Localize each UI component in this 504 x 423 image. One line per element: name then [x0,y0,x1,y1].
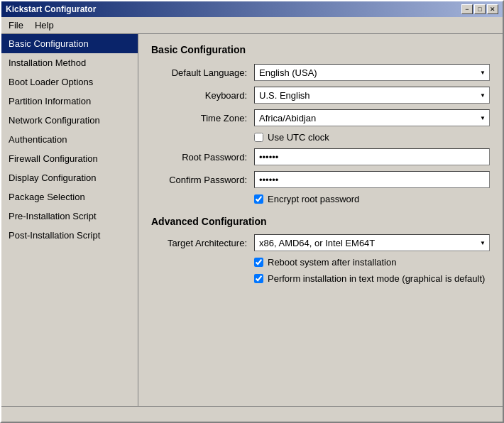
keyboard-label: Keyboard: [151,90,254,101]
window-title: Kickstart Configurator [6,4,96,14]
sidebar-item-post-installation-script[interactable]: Post-Installation Script [1,226,138,245]
text-mode-label[interactable]: Perform installation in text mode (graph… [268,273,485,284]
status-bar [1,406,503,422]
sidebar-item-authentication[interactable]: Authentication [1,130,138,149]
encrypt-row: Encrypt root password [151,194,490,204]
confirm-password-row: Confirm Password: [151,171,490,188]
confirm-password-input[interactable] [254,171,490,188]
default-language-select[interactable]: English (USA) English (UK) Spanish Frenc… [254,64,490,81]
default-language-label: Default Language: [151,67,254,78]
close-button[interactable]: ✕ [487,4,498,14]
content-area: Basic Configuration Default Language: En… [138,34,503,406]
text-mode-row: Perform installation in text mode (graph… [151,273,490,284]
text-mode-checkbox[interactable] [254,274,263,283]
menu-bar: File Help [1,17,503,34]
advanced-section-title: Advanced Configuration [151,216,490,227]
sidebar-item-firewall-configuration[interactable]: Firewall Configuration [1,149,138,168]
root-password-input[interactable] [254,148,490,165]
target-arch-select-wrapper: x86, AMD64, or Intel EM64T x86 AMD64 PPC [254,234,490,251]
target-arch-select[interactable]: x86, AMD64, or Intel EM64T x86 AMD64 PPC [254,234,490,251]
root-password-control [254,148,490,165]
timezone-select-wrapper: Africa/Abidjan Africa/Accra America/New_… [254,109,490,126]
menu-help[interactable]: Help [31,18,58,32]
target-arch-control: x86, AMD64, or Intel EM64T x86 AMD64 PPC [254,234,490,251]
main-content: Basic Configuration Installation Method … [1,34,503,406]
sidebar-item-partition-information[interactable]: Partition Information [1,92,138,111]
sidebar-item-basic-configuration[interactable]: Basic Configuration [1,34,138,53]
target-arch-label: Target Architecture: [151,238,254,248]
timezone-control: Africa/Abidjan Africa/Accra America/New_… [254,109,490,126]
root-password-label: Root Password: [151,152,254,163]
default-language-select-wrapper: English (USA) English (UK) Spanish Frenc… [254,64,490,81]
default-language-row: Default Language: English (USA) English … [151,64,490,81]
utc-clock-checkbox[interactable] [254,133,263,142]
sidebar-item-boot-loader-options[interactable]: Boot Loader Options [1,72,138,92]
sidebar-item-display-configuration[interactable]: Display Configuration [1,168,138,187]
sidebar-item-package-selection[interactable]: Package Selection [1,187,138,207]
utc-clock-label[interactable]: Use UTC clock [268,132,329,143]
keyboard-row: Keyboard: U.S. English U.S. Internationa… [151,87,490,104]
main-window: Kickstart Configurator − □ ✕ File Help B… [0,0,504,423]
root-password-row: Root Password: [151,148,490,165]
confirm-password-label: Confirm Password: [151,175,254,185]
maximize-button[interactable]: □ [474,4,486,14]
default-language-control: English (USA) English (UK) Spanish Frenc… [254,64,490,81]
encrypt-password-label[interactable]: Encrypt root password [268,194,359,204]
basic-section-title: Basic Configuration [151,44,490,55]
title-bar: Kickstart Configurator − □ ✕ [1,1,503,17]
sidebar-item-network-configuration[interactable]: Network Configuration [1,111,138,130]
keyboard-select-wrapper: U.S. English U.S. International UK [254,87,490,104]
confirm-password-control [254,171,490,188]
timezone-row: Time Zone: Africa/Abidjan Africa/Accra A… [151,109,490,126]
reboot-label[interactable]: Reboot system after installation [268,257,396,268]
reboot-row: Reboot system after installation [151,257,490,268]
timezone-select[interactable]: Africa/Abidjan Africa/Accra America/New_… [254,109,490,126]
encrypt-password-checkbox[interactable] [254,194,263,204]
menu-file[interactable]: File [4,18,28,32]
keyboard-control: U.S. English U.S. International UK [254,87,490,104]
sidebar: Basic Configuration Installation Method … [1,34,138,406]
keyboard-select[interactable]: U.S. English U.S. International UK [254,87,490,104]
minimize-button[interactable]: − [461,4,473,14]
target-arch-row: Target Architecture: x86, AMD64, or Inte… [151,234,490,251]
utc-clock-row: Use UTC clock [151,132,490,143]
sidebar-item-installation-method[interactable]: Installation Method [1,53,138,72]
window-controls: − □ ✕ [461,4,498,14]
reboot-checkbox[interactable] [254,258,263,267]
timezone-label: Time Zone: [151,113,254,123]
sidebar-item-pre-installation-script[interactable]: Pre-Installation Script [1,207,138,226]
